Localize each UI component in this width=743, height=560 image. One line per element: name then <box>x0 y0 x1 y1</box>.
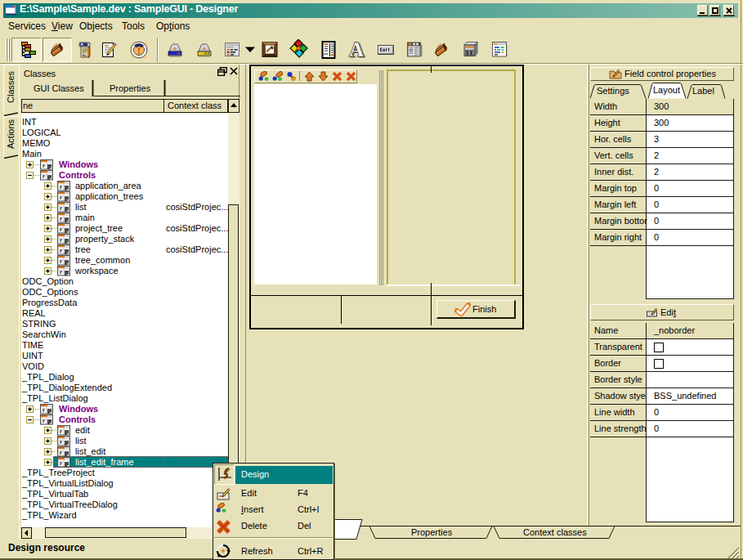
svg-text:A: A <box>349 39 364 60</box>
